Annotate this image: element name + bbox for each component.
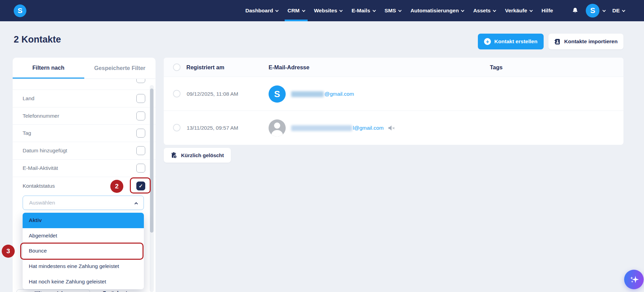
row-checkbox[interactable] [173, 124, 181, 131]
notifications-bell-icon[interactable] [571, 7, 579, 15]
contact-card-icon [554, 38, 561, 45]
recently-deleted-label: Kürzlich gelöscht [181, 152, 224, 158]
tab-saved-filters[interactable]: Gespeicherte Filter [84, 58, 156, 79]
active-tab-indicator [285, 20, 307, 21]
nav-item-emails[interactable]: E-Mails [351, 0, 375, 21]
chevron-down-icon [603, 9, 606, 12]
filter-label: Datum hinzugefügt [23, 148, 67, 154]
chevron-down-icon [339, 9, 343, 12]
option-abgemeldet[interactable]: Abgemeldet [23, 228, 144, 244]
annotation-step-2: 2 [110, 180, 123, 193]
trash-clock-icon [171, 152, 177, 159]
app-logo[interactable]: S [14, 4, 26, 17]
import-contacts-label: Kontakte importieren [564, 38, 618, 45]
filter-row-partial [13, 79, 156, 90]
nav-label: E-Mails [351, 8, 370, 14]
filter-row-datum-hinzugefuegt[interactable]: Datum hinzugefügt [13, 142, 156, 160]
chevron-up-icon [135, 202, 138, 206]
registered-date: 13/11/2025, 09:57 AM [187, 125, 238, 131]
contact-avatar: S [269, 85, 286, 103]
contact-avatar-placeholder [269, 119, 286, 137]
nav-item-automations[interactable]: Automatisierungen [410, 0, 464, 21]
tab-filter-by[interactable]: Filtern nach [13, 58, 84, 79]
annotation-step-3: 3 [2, 245, 15, 258]
checkbox[interactable] [136, 146, 145, 155]
column-header-registered[interactable]: Registriert am [186, 58, 224, 77]
save-filter-button[interactable]: Filter speichern [16, 289, 90, 292]
nav-menu: Dashboard CRM Websites E-Mails SMS A [245, 0, 625, 21]
nav-label: Dashboard [245, 8, 273, 14]
contact-row[interactable]: 09/12/2025, 11:08 AM S @gmail.com [164, 77, 623, 111]
select-all-checkbox[interactable] [173, 63, 181, 71]
filter-label: Tag [23, 130, 31, 136]
import-contacts-button[interactable]: Kontakte importieren [548, 34, 623, 49]
select-placeholder: Auswählen [29, 200, 55, 206]
nav-item-dashboard[interactable]: Dashboard [245, 0, 278, 21]
nav-item-sms[interactable]: SMS [385, 0, 401, 21]
nav-item-sales[interactable]: Verkäufe [505, 0, 532, 21]
filter-list: Land Telefonnummer Tag Datum hinzugefügt… [13, 79, 156, 195]
top-navbar: S Dashboard CRM Websites E-Mails SMS [0, 0, 644, 21]
nav-label: Automatisierungen [410, 8, 459, 14]
checkbox[interactable] [136, 112, 145, 120]
nav-item-help[interactable]: Hilfe [542, 0, 553, 21]
filter-row-land[interactable]: Land [13, 90, 156, 107]
nav-label: SMS [385, 8, 396, 14]
app-window: S Dashboard CRM Websites E-Mails SMS [0, 0, 644, 292]
contacts-table: Registriert am E-Mail-Adresse Tags 09/12… [164, 58, 623, 145]
chevron-down-icon [622, 9, 626, 12]
chevron-down-icon [398, 9, 402, 12]
filter-tabs: Filtern nach Gespeicherte Filter [13, 58, 156, 79]
page-title: 2 Kontakte [14, 34, 61, 45]
chevron-down-icon [302, 9, 305, 12]
filter-row-kontaktstatus[interactable]: Kontaktstatus ✓ [13, 177, 156, 195]
checkbox[interactable] [136, 79, 145, 83]
language-selector[interactable]: DE [612, 8, 625, 14]
checkbox[interactable] [136, 129, 145, 138]
checkbox[interactable] [136, 164, 145, 173]
kontaktstatus-select[interactable]: Auswählen [23, 196, 144, 210]
nav-right-group: S DE [571, 0, 625, 21]
nav-item-websites[interactable]: Websites [314, 0, 343, 21]
column-header-email: E-Mail-Adresse [269, 58, 309, 77]
contact-email-link[interactable]: l@gmail.com [353, 125, 384, 131]
filter-row-telefonnummer[interactable]: Telefonnummer [13, 107, 156, 125]
chevron-down-icon [275, 9, 279, 12]
filter-label: E-Mail-Aktivität [23, 165, 58, 171]
language-code: DE [612, 8, 620, 14]
checkbox-checked[interactable]: ✓ [136, 182, 145, 190]
column-header-tags: Tags [490, 58, 503, 77]
filter-row-email-aktivitaet[interactable]: E-Mail-Aktivität [13, 160, 156, 177]
chevron-down-icon [493, 9, 496, 12]
chevron-down-icon [372, 9, 376, 12]
ai-assistant-button[interactable] [624, 270, 644, 289]
nav-label: Assets [473, 8, 491, 14]
reset-filter-button[interactable]: Zurücksetzen [103, 290, 136, 292]
checkbox[interactable] [136, 94, 145, 103]
chevron-down-icon [529, 9, 533, 12]
option-bounce[interactable]: Bounce [23, 243, 144, 259]
create-contact-button[interactable]: + Kontakt erstellen [478, 34, 544, 49]
account-menu[interactable]: S [586, 0, 605, 21]
table-header: Registriert am E-Mail-Adresse Tags [164, 58, 623, 77]
registered-date: 09/12/2025, 11:08 AM [187, 91, 238, 97]
filter-panel-scrollbar[interactable] [150, 85, 154, 292]
nav-label: CRM [287, 8, 299, 14]
filter-row-tag[interactable]: Tag [13, 125, 156, 142]
contact-row[interactable]: 13/11/2025, 09:57 AM l@gmail.com [164, 111, 623, 145]
recently-deleted-button[interactable]: Kürzlich gelöscht [164, 148, 231, 163]
option-hat-noch-keine-zahlung[interactable]: Hat noch keine Zahlung geleistet [23, 274, 144, 289]
filter-label: Telefonnummer [23, 113, 59, 119]
nav-item-crm[interactable]: CRM [287, 0, 305, 21]
muted-speaker-icon [388, 125, 395, 131]
nav-item-assets[interactable]: Assets [473, 0, 496, 21]
row-checkbox[interactable] [173, 90, 181, 97]
contact-email-link[interactable]: @gmail.com [324, 91, 354, 97]
user-avatar: S [586, 4, 599, 17]
scrollbar-thumb[interactable] [150, 89, 153, 233]
nav-label: Verkäufe [505, 8, 527, 14]
option-aktiv[interactable]: Aktiv [23, 213, 144, 228]
create-contact-label: Kontakt erstellen [494, 38, 537, 45]
option-hat-mindestens-eine-zahlung[interactable]: Hat mindestens eine Zahlung geleistet [23, 259, 144, 274]
filter-label: Kontaktstatus [23, 183, 55, 189]
